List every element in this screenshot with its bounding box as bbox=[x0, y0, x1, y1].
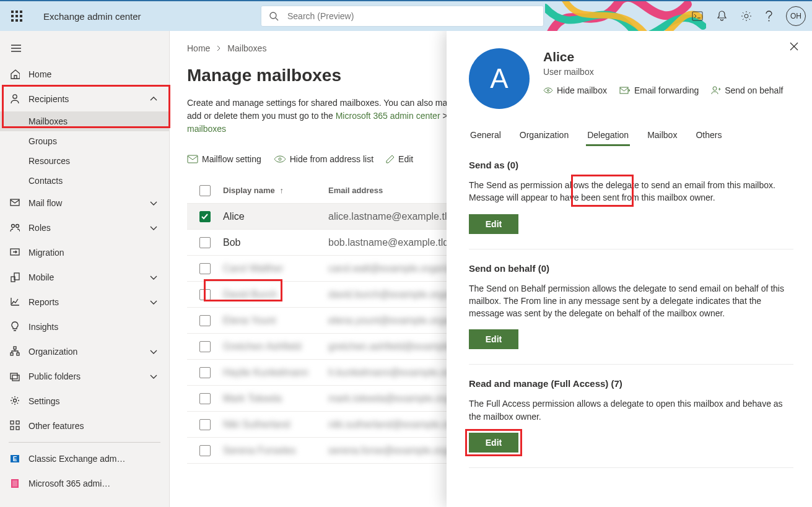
panel-close[interactable] bbox=[790, 42, 798, 51]
nav-footer-1[interactable]: Microsoft 365 admi… bbox=[0, 471, 169, 496]
nav-item-resources[interactable]: Resources bbox=[0, 151, 169, 171]
section-title: Send as (0) bbox=[469, 160, 793, 170]
row-checkbox[interactable] bbox=[199, 237, 211, 248]
svg-point-0 bbox=[270, 12, 276, 19]
search-box[interactable] bbox=[261, 6, 543, 26]
svg-point-33 bbox=[548, 90, 549, 92]
mail-icon bbox=[10, 197, 20, 209]
nav-item-reports[interactable]: Reports bbox=[0, 290, 169, 314]
nav-item-insights[interactable]: Insights bbox=[0, 314, 169, 339]
account-avatar[interactable]: OH bbox=[786, 6, 806, 26]
nav-item-roles[interactable]: Roles bbox=[0, 215, 169, 240]
row-checkbox[interactable] bbox=[199, 445, 211, 456]
nav-item-settings[interactable]: Settings bbox=[0, 389, 169, 414]
row-name: Alice bbox=[223, 211, 328, 222]
nav-item-contacts[interactable]: Contacts bbox=[0, 171, 169, 191]
tab-mailbox[interactable]: Mailbox bbox=[646, 126, 678, 146]
hide-icon bbox=[274, 155, 286, 163]
cmd-hide[interactable]: Hide from address list bbox=[274, 154, 373, 164]
svg-rect-23 bbox=[11, 427, 14, 430]
breadcrumb-root[interactable]: Home bbox=[187, 43, 210, 53]
row-name: David Burch bbox=[223, 289, 328, 300]
folders-icon bbox=[10, 371, 20, 382]
quick-behalf[interactable]: Send on behalf bbox=[711, 85, 783, 95]
tab-general[interactable]: General bbox=[469, 126, 502, 146]
nav-item-home[interactable]: Home bbox=[0, 62, 169, 87]
nav-item-recipients[interactable]: Recipients bbox=[0, 87, 169, 111]
row-checkbox[interactable] bbox=[199, 315, 211, 326]
quick-hide[interactable]: Hide mailbox bbox=[543, 85, 607, 95]
chevron-down-icon bbox=[149, 373, 158, 380]
nav-item-public-folders[interactable]: Public folders bbox=[0, 364, 169, 389]
person-icon bbox=[10, 93, 20, 105]
gear-icon[interactable] bbox=[741, 11, 752, 22]
row-name: Carol Walther bbox=[223, 263, 328, 274]
intro-link-admin[interactable]: Microsoft 365 admin center bbox=[336, 111, 440, 121]
grid-icon bbox=[10, 420, 20, 431]
chevron-down-icon bbox=[149, 199, 158, 207]
section-0: Send as (0) The Send as permission allow… bbox=[469, 160, 793, 249]
svg-rect-28 bbox=[12, 480, 17, 487]
select-all-checkbox[interactable] bbox=[199, 185, 211, 196]
panel-tabs: GeneralOrganizationDelegationMailboxOthe… bbox=[469, 126, 793, 146]
section-1: Send on behalf (0) The Send on Behalf pe… bbox=[469, 263, 793, 365]
row-checkbox[interactable] bbox=[199, 341, 211, 352]
row-checkbox[interactable] bbox=[199, 263, 211, 274]
svg-rect-19 bbox=[12, 375, 19, 381]
m365-icon bbox=[10, 478, 20, 489]
nav-item-other-features[interactable]: Other features bbox=[0, 414, 169, 438]
quick-forward[interactable]: Email forwarding bbox=[619, 85, 699, 95]
nav-item-mobile[interactable]: Mobile bbox=[0, 265, 169, 290]
tab-delegation[interactable]: Delegation bbox=[586, 126, 630, 146]
forward-icon bbox=[619, 87, 631, 94]
sidebar: HomeRecipientsMailboxesGroupsResourcesCo… bbox=[0, 31, 170, 507]
svg-point-30 bbox=[279, 158, 281, 160]
help-icon[interactable] bbox=[766, 11, 772, 22]
migration-icon bbox=[10, 247, 20, 258]
tab-organization[interactable]: Organization bbox=[518, 126, 570, 146]
console-icon[interactable] bbox=[692, 11, 703, 21]
search-icon bbox=[269, 11, 279, 21]
row-checkbox[interactable] bbox=[199, 419, 211, 430]
svg-rect-18 bbox=[11, 373, 17, 379]
row-checkbox[interactable] bbox=[199, 367, 211, 378]
sidebar-toggle[interactable] bbox=[0, 35, 169, 62]
top-right-icons: OH bbox=[692, 6, 806, 26]
nav-item-migration[interactable]: Migration bbox=[0, 240, 169, 265]
nav-item-organization[interactable]: Organization bbox=[0, 339, 169, 364]
close-icon bbox=[790, 42, 798, 51]
app-launcher-icon[interactable] bbox=[11, 11, 22, 22]
svg-point-10 bbox=[12, 225, 15, 228]
roles-icon bbox=[10, 222, 20, 233]
quick-actions: Hide mailbox Email forwarding Send on be… bbox=[543, 85, 793, 95]
chevron-down-icon bbox=[149, 348, 158, 355]
edit-button[interactable]: Edit bbox=[469, 329, 518, 349]
edit-button[interactable]: Edit bbox=[469, 433, 518, 453]
cmd-edit[interactable]: Edit bbox=[386, 154, 413, 164]
row-checkbox[interactable] bbox=[199, 289, 211, 300]
row-checkbox[interactable] bbox=[199, 393, 211, 404]
nav-item-groups[interactable]: Groups bbox=[0, 131, 169, 151]
row-name: Serena Forseles bbox=[223, 445, 328, 456]
section-title: Read and manage (Full Access) (7) bbox=[469, 378, 793, 389]
panel-user-name: Alice bbox=[543, 50, 793, 64]
breadcrumb-leaf: Mailboxes bbox=[227, 43, 266, 53]
bell-icon[interactable] bbox=[717, 11, 727, 22]
chevron-down-icon bbox=[149, 298, 158, 306]
edit-button[interactable]: Edit bbox=[469, 214, 518, 234]
reports-icon bbox=[10, 297, 20, 308]
row-name: Gretchen Ashfield bbox=[223, 341, 328, 352]
svg-rect-21 bbox=[11, 421, 14, 424]
nav-item-mailboxes[interactable]: Mailboxes bbox=[0, 111, 169, 131]
svg-rect-22 bbox=[16, 421, 19, 424]
tab-others[interactable]: Others bbox=[694, 126, 723, 146]
nav-item-mail-flow[interactable]: Mail flow bbox=[0, 191, 169, 215]
row-checkbox[interactable] bbox=[199, 211, 211, 222]
org-icon bbox=[10, 346, 20, 357]
col-display-name[interactable]: Display name ↑ bbox=[223, 186, 328, 195]
search-input[interactable] bbox=[286, 11, 543, 22]
row-name: Elena Yount bbox=[223, 315, 328, 326]
cmd-mailflow[interactable]: Mailflow setting bbox=[187, 154, 261, 164]
nav-footer-0[interactable]: EClassic Exchange adm… bbox=[0, 446, 169, 471]
detail-panel: A Alice User mailbox Hide mailbox Email … bbox=[447, 31, 812, 507]
